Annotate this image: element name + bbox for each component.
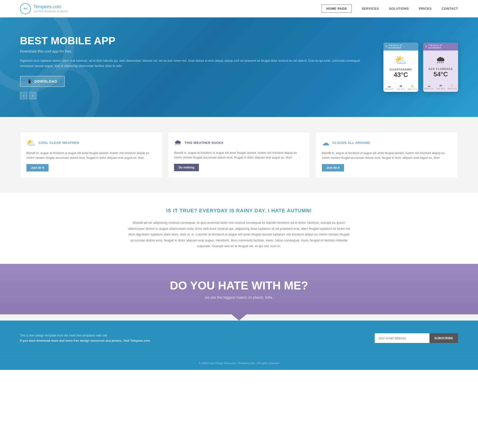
day-icon-1-1: 🌧 [396, 84, 406, 88]
day-item-1-0: ☁ MON 20°C [383, 83, 395, 92]
logo-subtitle: cool free templates & photos [33, 10, 68, 13]
nav-services[interactable]: SERVICES [362, 7, 379, 10]
day-label-1-0: MON 20°C [384, 88, 394, 90]
feature-btn-0[interactable]: Just do it [26, 164, 49, 171]
menu-icon-1: ☰ [385, 45, 387, 48]
feature-header-1: 🌧 THIS WEATHER SUCKS [174, 138, 304, 147]
feature-title-2: CLOUDS ALL AROUND [332, 141, 370, 145]
middle-section: IS IT TRUE? EVERYDAY IS RAINY DAY. I HAT… [0, 193, 478, 264]
email-input[interactable] [375, 333, 429, 343]
day-item-2-0: ☁ MON 20°C [423, 82, 435, 91]
logo-icon: ✏ [20, 3, 31, 14]
feature-btn-2[interactable]: Just do it [322, 164, 344, 171]
phone-card-2: ☰ TUESDAY, 07. NOVEMBER 🌧 ADX FLORENCE 5… [423, 43, 458, 92]
features-grid: ⛅ COOL CLEAR WEATHER Blandit in, augue a… [20, 132, 458, 178]
nav-homepage[interactable]: HOME PAGE [322, 4, 352, 13]
download-label: DOWNLOAD [34, 79, 57, 83]
phone-city-1: GUANTANAMO [386, 68, 416, 71]
phone-footer-2: ☁ MON 20°C 🌧 TUE 34°C ⛅ WED 14°C [423, 82, 458, 91]
phone-city-2: ADX FLORENCE [426, 67, 456, 70]
phone-temp-2: 54°C [426, 70, 456, 78]
logo: ✏ Tempees.com cool free templates & phot… [20, 3, 68, 14]
hero-phones: ☰ TUESDAY, 07. NOVEMBER ⛅ GUANTANAMO 43°… [383, 43, 458, 92]
phone-temp-1: 43°C [386, 71, 416, 79]
main-nav: HOME PAGE SERVICES SOLUTIONS PRICES CONT… [322, 4, 458, 13]
day-label-2-1: TUE 34°C [435, 88, 446, 90]
day-icon-2-1: 🌧 [435, 84, 446, 88]
footer-main: This is free design template from the mo… [0, 321, 478, 356]
banner-title: DO YOU HATE WITH ME? [20, 279, 458, 292]
hero-description: Dignissim eros luptatum dolore tation er… [20, 58, 368, 68]
logo-title: Tempees.com [33, 4, 68, 10]
day-label-1-1: TUE 34°C [396, 88, 406, 90]
phone-footer-1: ☁ MON 20°C 🌧 TUE 34°C ⛅ WED 14°C [383, 82, 418, 92]
feature-desc-0: Blandit in, augue at tincidunt ut augue … [26, 151, 156, 160]
feature-header-2: ☁ CLOUDS ALL AROUND [322, 138, 452, 147]
day-icon-2-2: ⛅ [447, 84, 458, 88]
next-arrow[interactable]: › [29, 92, 36, 99]
footer-copyright: © 2013 Free Design Resource / Tempees.co… [199, 362, 279, 365]
footer-text-1: This is free design template from the mo… [20, 333, 150, 338]
header: ✏ Tempees.com cool free templates & phot… [0, 0, 478, 17]
day-label-2-2: WED 14°C [447, 88, 458, 90]
footer-text-2: If you want download more and more free … [20, 339, 150, 342]
day-icon-1-2: ⛅ [407, 84, 418, 88]
feature-desc-1: Blandit in, augue at tincidunt ut augue … [174, 151, 304, 160]
feature-card-2: ☁ CLOUDS ALL AROUND Blandit in, augue at… [315, 132, 458, 178]
day-icon-1-0: ☁ [384, 84, 394, 88]
nav-solutions[interactable]: SOLUTIONS [389, 7, 409, 10]
feature-card-0: ⛅ COOL CLEAR WEATHER Blandit in, augue a… [20, 132, 163, 178]
banner-arrow-icon [232, 314, 246, 321]
phone-date-2: TUESDAY, 07. NOVEMBER [428, 44, 456, 49]
day-label-1-2: WED 14°C [407, 88, 418, 90]
phone-date-1: TUESDAY, 07. NOVEMBER [388, 44, 416, 49]
footer-content: This is free design template from the mo… [20, 333, 458, 343]
day-icon-2-0: ☁ [424, 84, 434, 88]
footer-bottom: © 2013 Free Design Resource / Tempees.co… [0, 356, 478, 370]
features-section: ⛅ COOL CLEAR WEATHER Blandit in, augue a… [0, 117, 478, 193]
day-item-1-2: ⛅ WED 14°C [407, 83, 418, 92]
hero-title: BEST MOBILE APP [20, 35, 368, 47]
day-item-2-2: ⛅ WED 14°C [447, 82, 458, 91]
hero-content: BEST MOBILE APP Download this cool app f… [20, 35, 368, 99]
banner-arrow-container [0, 314, 478, 321]
phone-body-1: ⛅ GUANTANAMO 43°C [383, 51, 418, 82]
slider-nav: ‹ › [20, 92, 368, 99]
feature-title-1: THIS WEATHER SUCKS [184, 141, 223, 145]
phone-header-1: ☰ TUESDAY, 07. NOVEMBER [383, 43, 418, 51]
weather-icon-2: 🌧 [426, 54, 456, 65]
day-item-1-1: 🌧 TUE 34°C [395, 83, 407, 92]
feature-header-0: ⛅ COOL CLEAR WEATHER [26, 138, 156, 147]
day-label-2-0: MON 20°C [424, 88, 434, 90]
nav-contact[interactable]: CONTACT [442, 7, 458, 10]
prev-arrow[interactable]: ‹ [20, 92, 27, 99]
phone-icon: 📱 [27, 79, 32, 83]
nav-prices[interactable]: PRICES [419, 7, 432, 10]
phone-body-2: 🌧 ADX FLORENCE 54°C [423, 51, 458, 82]
footer-text: This is free design template from the mo… [20, 333, 150, 343]
hero-subtitle: Download this cool app for free [20, 49, 368, 53]
feature-card-1: 🌧 THIS WEATHER SUCKS Blandit in, augue a… [168, 132, 310, 178]
feature-desc-2: Blandit in, augue at tincidunt ut augue … [322, 151, 452, 160]
download-button[interactable]: 📱 DOWNLOAD [20, 76, 65, 87]
banner-subtitle: we are the biggest haters on planet, fel… [20, 295, 458, 299]
feature-icon-0: ⛅ [26, 138, 36, 147]
banner-section: DO YOU HATE WITH ME? we are the biggest … [0, 264, 478, 314]
hero-section: BEST MOBILE APP Download this cool app f… [0, 17, 478, 117]
section-title: IS IT TRUE? EVERYDAY IS RAINY DAY. I HAT… [20, 208, 458, 214]
feature-btn-1[interactable]: Do nothing [174, 164, 199, 171]
subscribe-button[interactable]: SUBSCRIBE [429, 333, 458, 343]
phone-header-2: ☰ TUESDAY, 07. NOVEMBER [423, 43, 458, 51]
logo-text: Tempees.com cool free templates & photos [33, 4, 68, 13]
day-item-2-1: 🌧 TUE 34°C [435, 82, 447, 91]
feature-icon-1: 🌧 [174, 138, 181, 147]
section-text: Blandit ad vel adipiscing nostrud conseq… [127, 220, 351, 249]
phone-card-1: ☰ TUESDAY, 07. NOVEMBER ⛅ GUANTANAMO 43°… [383, 43, 418, 92]
weather-icon-1: ⛅ [386, 54, 416, 66]
feature-title-0: COOL CLEAR WEATHER [39, 141, 79, 145]
subscribe-area: SUBSCRIBE [375, 333, 458, 343]
menu-icon-2: ☰ [425, 45, 427, 48]
feature-icon-2: ☁ [322, 138, 329, 147]
